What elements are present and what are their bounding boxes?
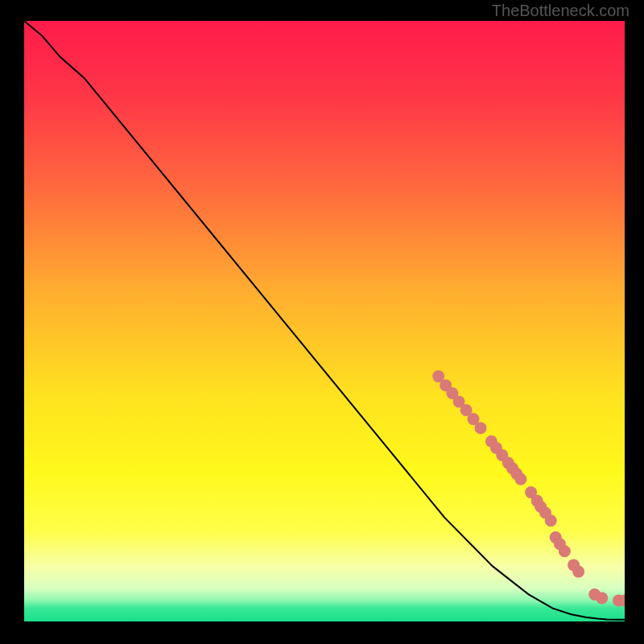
data-point (572, 566, 584, 578)
gradient-background (24, 21, 625, 621)
data-point (475, 422, 487, 434)
data-point (559, 545, 571, 557)
chart-svg (24, 21, 625, 621)
data-point (596, 592, 608, 604)
chart-frame: TheBottleneck.com (0, 0, 644, 644)
watermark-text: TheBottleneck.com (492, 2, 630, 20)
data-point (545, 514, 557, 526)
plot-area (24, 21, 625, 621)
data-point (514, 473, 526, 485)
